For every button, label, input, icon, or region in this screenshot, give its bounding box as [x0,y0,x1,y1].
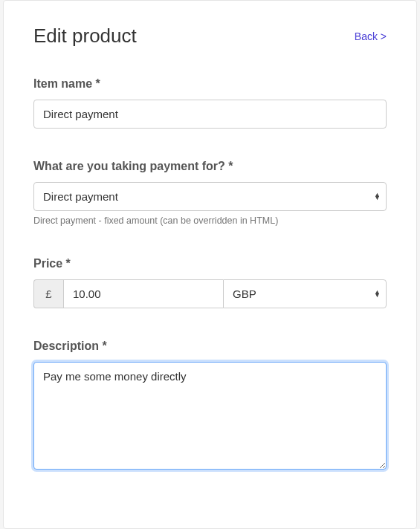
item-name-input[interactable] [33,100,387,129]
currency-symbol-addon: £ [33,279,63,308]
price-row: £ GBP ▲▼ [33,279,387,308]
price-label: Price * [33,257,387,270]
item-name-label: Item name * [33,77,387,91]
edit-product-card: Edit product Back > Item name * What are… [3,0,417,529]
price-amount-input[interactable] [63,279,223,308]
currency-select-wrap: GBP ▲▼ [223,279,387,308]
page-title: Edit product [33,25,137,48]
item-name-group: Item name * [33,77,387,129]
back-link[interactable]: Back > [355,30,387,42]
description-label: Description * [33,340,387,353]
payment-for-label: What are you taking payment for? * [33,160,387,173]
payment-for-select-wrap: Direct payment ▲▼ [33,182,387,211]
description-textarea[interactable] [33,362,387,470]
payment-for-select[interactable]: Direct payment [33,182,387,211]
payment-for-help: Direct payment - fixed amount (can be ov… [33,215,387,226]
payment-for-group: What are you taking payment for? * Direc… [33,160,387,226]
description-group: Description * [33,340,387,473]
price-group: Price * £ GBP ▲▼ [33,257,387,308]
currency-select[interactable]: GBP [223,279,387,308]
header-row: Edit product Back > [33,25,387,48]
